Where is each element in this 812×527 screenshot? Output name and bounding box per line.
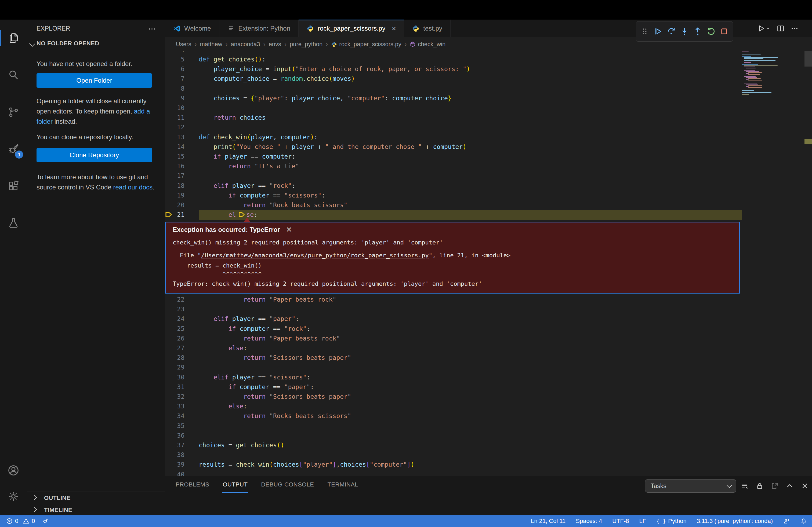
breadcrumb-item-matthew[interactable]: matthew — [200, 41, 222, 48]
breadcrumb-separator: › — [326, 41, 328, 48]
tab-extension-python[interactable]: Extension: Python — [219, 19, 299, 37]
section-no-folder-opened[interactable]: NO FOLDER OPENED — [27, 37, 165, 50]
maximize-panel-icon[interactable] — [785, 481, 795, 491]
step-over-icon[interactable] — [665, 24, 677, 39]
problems-status[interactable]: 0 0 — [6, 517, 35, 525]
clone-repository-button[interactable]: Clone Repository — [37, 148, 152, 162]
code-line-34[interactable]: 34return "Rocks beats scissors" — [165, 411, 741, 421]
stop-icon[interactable] — [719, 24, 730, 39]
source-control-icon[interactable] — [0, 100, 27, 125]
explorer-icon[interactable] — [0, 26, 27, 51]
cursor-position[interactable]: Ln 21, Col 11 — [531, 517, 566, 525]
breadcrumb-item-check-win[interactable]: check_win — [410, 41, 446, 48]
code-line-31[interactable]: 31if computer == "paper": — [165, 382, 741, 392]
line-number: 38 — [165, 450, 185, 460]
code-line-27[interactable]: 27else: — [165, 343, 741, 353]
scrollbar-thumb[interactable] — [804, 51, 812, 66]
code-editor[interactable]: Exception has occurred: TypeError ✕ chec… — [165, 51, 812, 476]
tasks-dropdown[interactable]: Tasks — [645, 479, 736, 493]
editor-actions — [757, 19, 812, 37]
testing-icon[interactable] — [0, 211, 27, 236]
indentation[interactable]: Spaces: 4 — [576, 517, 602, 525]
close-panel-icon[interactable] — [800, 481, 810, 491]
debug-status-icon[interactable] — [42, 517, 49, 525]
breadcrumb-item-rock-paper-scissors-py[interactable]: rock_paper_scissors.py — [331, 41, 401, 48]
breadcrumb-item-users[interactable]: Users — [176, 41, 191, 48]
panel-tab-debug-console[interactable]: DEBUG CONSOLE — [260, 480, 315, 490]
step-out-icon[interactable] — [692, 24, 704, 39]
extensions-icon[interactable] — [0, 174, 27, 199]
code-line-11[interactable]: 11return choices — [165, 113, 741, 123]
close-icon[interactable]: × — [392, 25, 396, 32]
extension-list-icon — [228, 25, 235, 32]
minimap[interactable] — [742, 51, 782, 476]
tab-label: Welcome — [184, 25, 211, 32]
restart-icon[interactable] — [705, 24, 717, 39]
run-python-file-icon[interactable] — [757, 25, 771, 32]
python-interpreter[interactable]: 3.11.3 ('pure_python': conda) — [697, 517, 773, 525]
line-number: 25 — [165, 324, 185, 334]
code-line-21[interactable]: 21else: — [165, 210, 741, 220]
line-number: 15 — [165, 152, 185, 162]
sidebar-title: EXPLORER — [37, 25, 70, 32]
tab-welcome[interactable]: Welcome — [165, 19, 219, 37]
line-number: 36 — [165, 431, 185, 441]
code-line-15[interactable]: 15if player == computer: — [165, 152, 741, 162]
code-line-22[interactable]: 22return "Paper beats rock" — [165, 295, 741, 304]
feedback-icon[interactable] — [783, 517, 790, 525]
code-line-13[interactable]: 13def check_win(player, computer): — [165, 132, 741, 142]
notifications-bell-icon[interactable] — [800, 517, 807, 525]
split-editor-icon[interactable] — [777, 25, 785, 32]
code-line-28[interactable]: 28return "Scissors beats paper" — [165, 353, 741, 363]
panel-tab-terminal[interactable]: TERMINAL — [327, 480, 359, 490]
timeline-section[interactable]: TIMELINE — [27, 504, 165, 515]
code-line-19[interactable]: 19if computer == "scissors": — [165, 191, 741, 200]
overview-ruler[interactable] — [804, 51, 812, 476]
exception-file-path[interactable]: /Users/matthew/anaconda3/envs/pure_pytho… — [201, 252, 429, 259]
code-line-32[interactable]: 32return "Scissors beats paper" — [165, 392, 741, 402]
panel-tab-output[interactable]: OUTPUT — [222, 480, 248, 490]
language-mode[interactable]: { }Python — [656, 517, 686, 525]
code-line-26[interactable]: 26return "Paper beasts rock" — [165, 333, 741, 344]
code-line-5[interactable]: 5def get_choices(): — [165, 55, 741, 64]
step-into-icon[interactable] — [679, 24, 690, 39]
code-line-18[interactable]: 18elif player == "rock": — [165, 181, 741, 191]
search-icon[interactable] — [0, 62, 27, 88]
open-folder-button[interactable]: Open Folder — [37, 73, 152, 88]
eol-sequence[interactable]: LF — [639, 517, 646, 525]
code-line-7[interactable]: 7computer_choice = random.choice(moves) — [165, 74, 741, 84]
breadcrumb-item-anaconda3[interactable]: anaconda3 — [231, 41, 260, 48]
code-line-39[interactable]: 39results = check_win(choices["player"],… — [165, 460, 741, 470]
drag-handle[interactable] — [639, 24, 650, 39]
settings-gear-icon[interactable] — [0, 484, 27, 509]
breadcrumb-item-pure-python[interactable]: pure_python — [290, 41, 322, 48]
code-line-25[interactable]: 25if computer == "rock": — [165, 324, 741, 334]
continue-icon[interactable] — [652, 24, 664, 39]
tab-test-py[interactable]: test.py — [404, 19, 451, 37]
clear-output-icon[interactable] — [740, 481, 750, 491]
open-output-in-editor-icon[interactable] — [770, 481, 780, 491]
more-actions-icon[interactable] — [148, 25, 156, 34]
read-our-docs-link[interactable]: read our docs — [113, 183, 153, 191]
lock-icon[interactable] — [755, 481, 765, 491]
account-icon[interactable] — [0, 458, 27, 483]
code-line-14[interactable]: 14print("You chose " + player + " and th… — [165, 142, 741, 152]
close-icon[interactable]: ✕ — [286, 225, 292, 234]
code-line-9[interactable]: 9choices = {"player": player_choice, "co… — [165, 93, 741, 103]
line-number: 5 — [165, 55, 185, 64]
code-line-30[interactable]: 30elif player == "scissors": — [165, 373, 741, 382]
code-line-16[interactable]: 16return "It's a tie" — [165, 161, 741, 171]
code-line-37[interactable]: 37choices = get_choices() — [165, 440, 741, 450]
code-line-24[interactable]: 24elif player == "paper": — [165, 314, 741, 324]
tab-rock-paper-scissors-py[interactable]: rock_paper_scissors.py× — [299, 19, 404, 37]
code-line-6[interactable]: 6player_choice = input("Enter a choice o… — [165, 64, 741, 74]
breadcrumb-item-envs[interactable]: envs — [269, 41, 281, 48]
code-line-33[interactable]: 33else: — [165, 402, 741, 411]
panel-tab-problems[interactable]: PROBLEMS — [175, 480, 210, 490]
line-number: 35 — [165, 421, 185, 431]
run-and-debug-icon[interactable]: 1 — [0, 137, 27, 162]
encoding[interactable]: UTF-8 — [612, 517, 629, 525]
more-actions-icon[interactable] — [791, 25, 799, 32]
outline-section[interactable]: OUTLINE — [27, 492, 165, 504]
code-line-20[interactable]: 20return "Rock beats scissors" — [165, 200, 741, 210]
